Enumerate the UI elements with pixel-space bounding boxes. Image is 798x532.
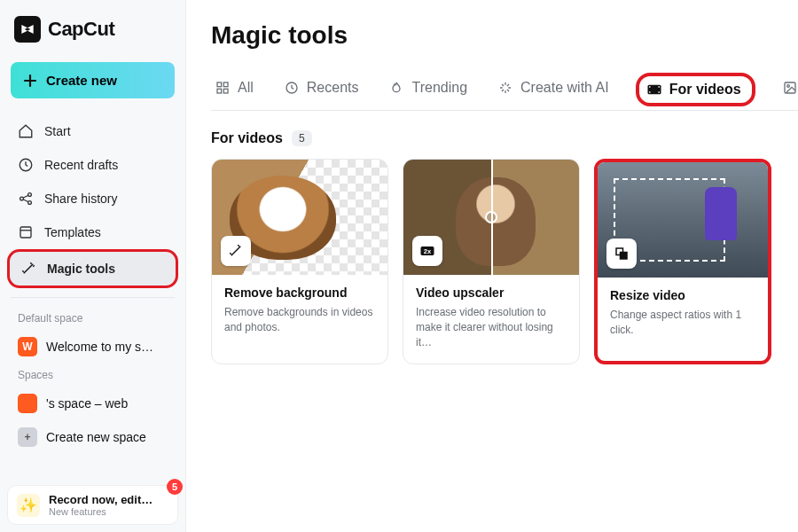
templates-icon [18, 224, 34, 240]
tab-label: All [238, 80, 254, 96]
sidebar-item-recent-drafts[interactable]: Recent drafts [7, 148, 178, 182]
default-space-label: Default space [7, 307, 178, 330]
sidebar-item-start[interactable]: Start [7, 114, 178, 148]
notification-badge: 5 [167, 479, 183, 495]
sidebar-item-label: Templates [44, 225, 101, 239]
tab-label: Create with AI [520, 80, 609, 96]
card-remove-background[interactable]: Remove background Remove backgrounds in … [211, 159, 388, 364]
card-title: Remove background [224, 286, 375, 300]
app-logo: CapCut [7, 16, 178, 62]
share-icon [18, 191, 34, 207]
create-new-button[interactable]: Create new [11, 62, 175, 98]
space-item[interactable]: 's space – web [7, 387, 178, 420]
svg-rect-7 [217, 89, 222, 93]
sidebar-item-share-history[interactable]: Share history [7, 182, 178, 215]
tab-label: Recents [307, 80, 359, 96]
record-now-card[interactable]: 5 ✨ Record now, edit no… New features [7, 485, 178, 525]
svg-rect-5 [217, 82, 222, 87]
svg-rect-6 [223, 82, 228, 87]
section-title: For videos [211, 130, 283, 146]
clock-icon [284, 80, 300, 96]
sparkle-icon: ✨ [17, 494, 40, 517]
card-thumbnail [212, 160, 387, 275]
svg-rect-12 [649, 91, 651, 93]
default-space-item[interactable]: W Welcome to my s… [7, 330, 178, 364]
svg-text:2x: 2x [424, 247, 432, 255]
create-space-label: Create new space [46, 430, 146, 444]
tab-for-videos[interactable]: For videos [636, 73, 755, 106]
home-icon [18, 123, 34, 139]
sidebar-item-label: Share history [44, 192, 117, 206]
record-card-sub: New features [49, 506, 155, 517]
tab-trending[interactable]: Trending [385, 74, 471, 108]
sparkle-icon [497, 80, 513, 96]
tab-all[interactable]: All [211, 74, 257, 108]
card-title: Resize video [610, 288, 755, 302]
slider-handle-icon [485, 211, 497, 223]
plus-icon [23, 74, 37, 88]
image-icon [782, 80, 798, 96]
svg-rect-11 [649, 86, 651, 88]
space-name: 's space – web [46, 396, 128, 411]
app-logo-icon [14, 16, 41, 43]
fire-icon [388, 80, 404, 96]
sidebar-item-templates[interactable]: Templates [7, 215, 178, 249]
card-description: Remove backgrounds in videos and photos. [224, 305, 375, 335]
resize-icon [606, 239, 637, 269]
create-new-space[interactable]: + Create new space [7, 420, 178, 454]
sidebar-item-label: Start [44, 124, 71, 138]
magic-wand-icon [221, 236, 251, 266]
card-description: Increase video resolution to make it cle… [416, 305, 567, 349]
card-description: Change aspect ratios with 1 click. [610, 308, 755, 338]
card-thumbnail [598, 162, 768, 278]
record-card-text: Record now, edit no… New features [49, 493, 155, 517]
section-count: 5 [292, 130, 312, 146]
tab-for-images[interactable]: For images [778, 74, 798, 108]
person-graphic [705, 187, 737, 240]
video-icon [646, 82, 662, 98]
card-resize-video[interactable]: Resize video Change aspect ratios with 1… [594, 159, 771, 364]
space-avatar: W [18, 337, 37, 356]
magic-wand-icon [20, 261, 36, 277]
grid-icon [215, 80, 231, 96]
app-name: CapCut [48, 18, 114, 41]
clock-icon [18, 157, 34, 173]
create-new-label: Create new [46, 73, 117, 88]
svg-rect-15 [785, 82, 795, 93]
plus-icon: + [18, 427, 37, 447]
page-title: Magic tools [211, 21, 798, 50]
divider [11, 297, 175, 298]
svg-rect-20 [621, 253, 628, 260]
svg-rect-14 [658, 91, 660, 93]
card-title: Video upscaler [416, 286, 567, 300]
spaces-label: Spaces [7, 364, 178, 387]
record-card-title: Record now, edit no… [49, 493, 155, 506]
sidebar-item-magic-tools[interactable]: Magic tools [7, 249, 178, 288]
card-thumbnail: 2x [403, 160, 579, 275]
tab-create-with-ai[interactable]: Create with AI [494, 74, 613, 108]
svg-rect-13 [658, 86, 660, 88]
upscale-2x-icon: 2x [412, 236, 442, 266]
sidebar-item-label: Magic tools [47, 262, 115, 276]
svg-point-16 [786, 85, 789, 88]
tab-recents[interactable]: Recents [280, 74, 363, 108]
svg-rect-4 [20, 227, 31, 238]
card-body: Video upscaler Increase video resolution… [403, 275, 579, 364]
card-video-upscaler[interactable]: 2x Video upscaler Increase video resolut… [403, 159, 580, 364]
card-body: Resize video Change aspect ratios with 1… [598, 278, 768, 352]
main-content: Magic tools All Recents Trending Create … [186, 0, 798, 532]
sidebar: CapCut Create new Start Recent drafts Sh… [0, 0, 186, 532]
sidebar-item-label: Recent drafts [44, 158, 118, 172]
section-header: For videos 5 [211, 130, 798, 146]
svg-rect-8 [223, 89, 228, 93]
card-body: Remove background Remove backgrounds in … [212, 275, 387, 349]
space-name: Welcome to my s… [46, 340, 153, 354]
filter-tabs: All Recents Trending Create with AI For … [211, 73, 798, 111]
tab-label: For videos [669, 82, 741, 98]
tab-label: Trending [411, 80, 467, 96]
tool-cards: Remove background Remove backgrounds in … [211, 159, 798, 364]
space-avatar [18, 394, 37, 413]
